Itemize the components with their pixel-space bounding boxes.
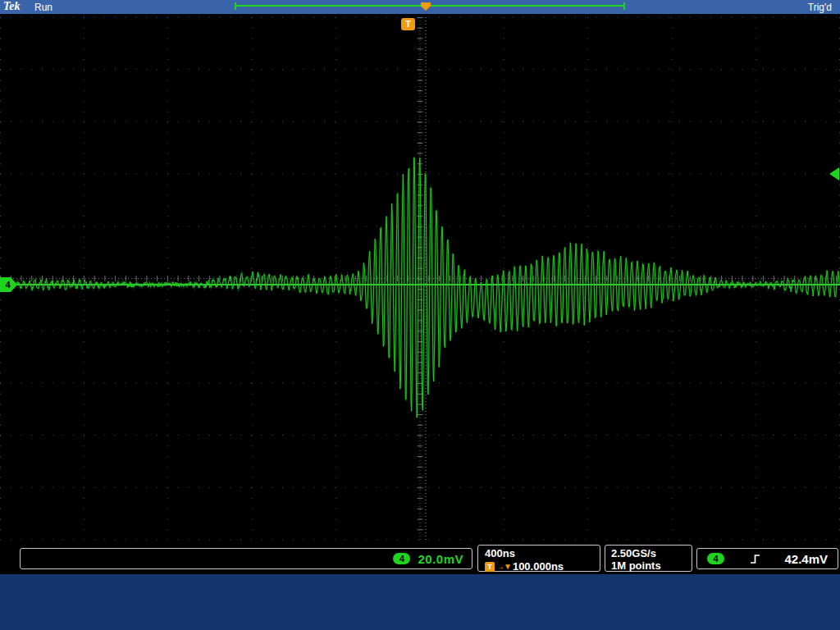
trigger-delay-arrow-icon: →▼ [496, 562, 511, 571]
tek-logo: Tek [3, 0, 20, 13]
trigger-readout[interactable]: 4 42.4mV [696, 548, 838, 569]
trigger-source-badge-icon: 4 [707, 553, 724, 564]
sample-rate: 2.50GS/s [611, 547, 692, 559]
acquisition-readout[interactable]: 2.50GS/s 1M points [605, 545, 692, 572]
oscilloscope-screen: { "header": { "logo": "Tek", "acq_status… [0, 0, 840, 630]
timebase-scale: 400ns [485, 547, 600, 559]
trigger-t-icon: T [485, 562, 495, 572]
trigger-position-value: 100.000ns [513, 560, 564, 573]
channel-scale: 20.0mV [418, 552, 463, 566]
record-view-bar [235, 2, 625, 11]
trigger-flag-icon[interactable]: T [401, 18, 415, 30]
channel-readout[interactable]: 4 20.0mV [20, 548, 472, 569]
trigger-position-marker-icon[interactable] [421, 2, 431, 11]
channel-4-badge-icon: 4 [393, 553, 410, 564]
record-length: 1M points [611, 559, 692, 572]
softkey-menu-band: Type Edge Source 4 Coupling LF Reject Sl… [0, 574, 840, 630]
trigger-status: Trig'd [808, 2, 832, 13]
readout-bar: 4 20.0mV 400ns T →▼ 100.000ns 2.50GS/s 1… [0, 543, 840, 574]
graticule: 4 [0, 14, 840, 543]
horizontal-readout[interactable]: 400ns T →▼ 100.000ns [477, 545, 600, 572]
channel-marker-label: 4 [6, 280, 11, 290]
top-status-bar: Tek Run Trig'd [0, 0, 840, 14]
acquisition-status: Run [34, 2, 52, 13]
record-right-bracket [623, 2, 625, 10]
trigger-level-value: 42.4mV [784, 552, 828, 566]
rising-edge-icon [749, 553, 761, 565]
trigger-level-arrow-icon[interactable] [829, 167, 839, 180]
